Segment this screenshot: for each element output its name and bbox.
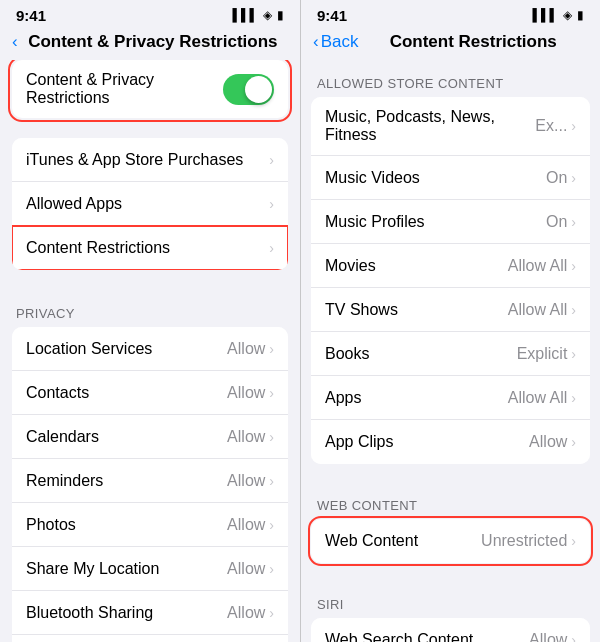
content-privacy-toggle-item[interactable]: Content & Privacy Restrictions (12, 60, 288, 118)
chevron-icon: › (269, 429, 274, 445)
bluetooth-label: Bluetooth Sharing (26, 604, 227, 622)
chevron-icon: › (571, 390, 576, 406)
apps-item[interactable]: Apps Allow All › (311, 376, 590, 420)
music-profiles-item[interactable]: Music Profiles On › (311, 200, 590, 244)
toggle-label: Content & Privacy Restrictions (26, 71, 223, 107)
itunes-purchases-item[interactable]: iTunes & App Store Purchases › (12, 138, 288, 182)
siri-group: Web Search Content Allow › Explicit Lang… (311, 618, 590, 642)
allowed-store-section: ALLOWED STORE CONTENT Music, Podcasts, N… (301, 60, 600, 464)
allowed-apps-item[interactable]: Allowed Apps › (12, 182, 288, 226)
status-bar-left: 9:41 ▌▌▌ ◈ ▮ (0, 0, 300, 28)
chevron-left-icon: ‹ (313, 32, 319, 52)
content-restrictions-item[interactable]: Content Restrictions › (12, 226, 288, 270)
share-location-value: Allow (227, 560, 265, 578)
chevron-icon: › (571, 170, 576, 186)
bluetooth-sharing-item[interactable]: Bluetooth Sharing Allow › (12, 591, 288, 635)
location-services-item[interactable]: Location Services Allow › (12, 327, 288, 371)
bluetooth-value: Allow (227, 604, 265, 622)
location-value: Allow (227, 340, 265, 358)
privacy-section: PRIVACY Location Services Allow › Contac… (0, 290, 300, 642)
chevron-icon: › (269, 473, 274, 489)
chevron-icon: › (269, 152, 274, 168)
music-videos-value: On (546, 169, 567, 187)
movies-value: Allow All (508, 257, 568, 275)
reminders-item[interactable]: Reminders Allow › (12, 459, 288, 503)
chevron-icon: › (571, 118, 576, 134)
tv-shows-label: TV Shows (325, 301, 508, 319)
signal-icon: ▌▌▌ (532, 8, 558, 22)
photos-label: Photos (26, 516, 227, 534)
status-bar-right: 9:41 ▌▌▌ ◈ ▮ (301, 0, 600, 28)
time-right: 9:41 (317, 7, 347, 24)
share-location-label: Share My Location (26, 560, 227, 578)
allowed-apps-label: Allowed Apps (26, 195, 269, 213)
apps-label: Apps (325, 389, 508, 407)
settings-list-left: Content & Privacy Restrictions iTunes & … (0, 60, 300, 642)
music-profiles-value: On (546, 213, 567, 231)
web-content-group: Web Content Unrestricted › (311, 519, 590, 563)
chevron-icon: › (571, 434, 576, 450)
siri-header: SIRI (301, 581, 600, 618)
status-icons-left: ▌▌▌ ◈ ▮ (232, 8, 284, 22)
toggle-switch[interactable] (223, 74, 274, 105)
calendars-item[interactable]: Calendars Allow › (12, 415, 288, 459)
microphone-item[interactable]: Microphone Allow › (12, 635, 288, 642)
web-search-label: Web Search Content (325, 631, 529, 643)
right-panel: 9:41 ▌▌▌ ◈ ▮ ‹ Back Content Restrictions… (300, 0, 600, 642)
reminders-label: Reminders (26, 472, 227, 490)
page-title-left: Content & Privacy Restrictions (18, 32, 288, 52)
allowed-store-header: ALLOWED STORE CONTENT (301, 60, 600, 97)
signal-icon: ▌▌▌ (232, 8, 258, 22)
music-podcasts-label: Music, Podcasts, News, Fitness (325, 108, 535, 144)
photos-value: Allow (227, 516, 265, 534)
itunes-label: iTunes & App Store Purchases (26, 151, 269, 169)
left-panel: 9:41 ▌▌▌ ◈ ▮ ‹ Content & Privacy Restric… (0, 0, 300, 642)
books-item[interactable]: Books Explicit › (311, 332, 590, 376)
app-clips-label: App Clips (325, 433, 529, 451)
chevron-icon: › (571, 346, 576, 362)
app-clips-value: Allow (529, 433, 567, 451)
web-content-group-wrapper: Web Content Unrestricted › (311, 519, 590, 563)
tv-shows-value: Allow All (508, 301, 568, 319)
web-search-value: Allow (529, 631, 567, 643)
time-left: 9:41 (16, 7, 46, 24)
chevron-icon: › (571, 632, 576, 643)
siri-section: SIRI Web Search Content Allow › Explicit… (301, 581, 600, 642)
web-content-header: WEB CONTENT (301, 482, 600, 519)
chevron-icon: › (269, 196, 274, 212)
music-podcasts-item[interactable]: Music, Podcasts, News, Fitness Ex... › (311, 97, 590, 156)
music-videos-item[interactable]: Music Videos On › (311, 156, 590, 200)
back-label: Back (321, 32, 359, 52)
web-search-item[interactable]: Web Search Content Allow › (311, 618, 590, 642)
chevron-icon: › (571, 533, 576, 549)
toggle-thumb (245, 76, 272, 103)
location-label: Location Services (26, 340, 227, 358)
wifi-icon: ◈ (263, 8, 272, 22)
battery-icon: ▮ (277, 8, 284, 22)
books-value: Explicit (517, 345, 568, 363)
tv-shows-item[interactable]: TV Shows Allow All › (311, 288, 590, 332)
music-profiles-label: Music Profiles (325, 213, 546, 231)
nav-bar-left: ‹ Content & Privacy Restrictions (0, 28, 300, 60)
chevron-icon: › (269, 605, 274, 621)
contacts-item[interactable]: Contacts Allow › (12, 371, 288, 415)
privacy-items-group: Location Services Allow › Contacts Allow… (12, 327, 288, 642)
back-button-right[interactable]: ‹ Back (313, 32, 358, 52)
books-label: Books (325, 345, 517, 363)
chevron-icon: › (269, 240, 274, 256)
photos-item[interactable]: Photos Allow › (12, 503, 288, 547)
apps-value: Allow All (508, 389, 568, 407)
chevron-icon: › (269, 517, 274, 533)
app-clips-item[interactable]: App Clips Allow › (311, 420, 590, 464)
web-content-value: Unrestricted (481, 532, 567, 550)
music-podcasts-value: Ex... (535, 117, 567, 135)
contacts-label: Contacts (26, 384, 227, 402)
calendars-value: Allow (227, 428, 265, 446)
web-content-item[interactable]: Web Content Unrestricted › (311, 519, 590, 563)
settings-list-right: ALLOWED STORE CONTENT Music, Podcasts, N… (301, 60, 600, 642)
share-location-item[interactable]: Share My Location Allow › (12, 547, 288, 591)
calendars-label: Calendars (26, 428, 227, 446)
nav-bar-right: ‹ Back Content Restrictions (301, 28, 600, 60)
status-icons-right: ▌▌▌ ◈ ▮ (532, 8, 584, 22)
movies-item[interactable]: Movies Allow All › (311, 244, 590, 288)
